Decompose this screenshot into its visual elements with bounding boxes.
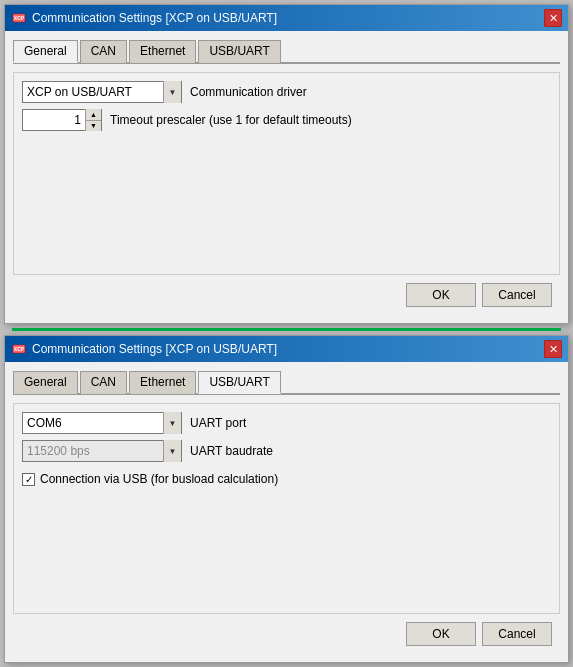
uart-port-label: UART port <box>190 416 246 430</box>
driver-label: Communication driver <box>190 85 307 99</box>
dialog2-title: Communication Settings [XCP on USB/UART] <box>32 342 277 356</box>
dialog1-cancel-button[interactable]: Cancel <box>482 283 552 307</box>
tab-general-2[interactable]: General <box>13 371 78 394</box>
uart-baud-value: 115200 bps <box>23 440 163 462</box>
dialog2-cancel-button[interactable]: Cancel <box>482 622 552 646</box>
title-bar-left-2: XCP Communication Settings [XCP on USB/U… <box>11 341 277 357</box>
timeout-decrement-btn[interactable]: ▼ <box>86 121 101 132</box>
dialog1: XCP Communication Settings [XCP on USB/U… <box>4 4 569 324</box>
dialog1-content: General CAN Ethernet USB/UART XCP on USB… <box>5 31 568 323</box>
uart-baud-row: 115200 bps UART baudrate <box>22 440 551 462</box>
dialog2-tab-bar: General CAN Ethernet USB/UART <box>13 370 560 395</box>
uart-port-value: COM6 <box>23 412 163 434</box>
tab-can-1[interactable]: CAN <box>80 40 127 63</box>
dialog1-ok-button[interactable]: OK <box>406 283 476 307</box>
app-icon-1: XCP <box>11 10 27 26</box>
driver-dropdown-btn[interactable] <box>163 81 181 103</box>
tab-ethernet-2[interactable]: Ethernet <box>129 371 196 394</box>
uart-baud-label: UART baudrate <box>190 444 273 458</box>
timeout-value[interactable]: 1 <box>23 109 85 131</box>
uart-port-dropdown[interactable]: COM6 <box>22 412 182 434</box>
timeout-spinner-btns: ▲ ▼ <box>85 109 101 131</box>
dialog2-button-row: OK Cancel <box>13 614 560 654</box>
accent-divider <box>12 328 561 331</box>
timeout-spinner[interactable]: 1 ▲ ▼ <box>22 109 102 131</box>
timeout-label: Timeout prescaler (use 1 for default tim… <box>110 113 352 127</box>
timeout-increment-btn[interactable]: ▲ <box>86 109 101 121</box>
dialog2-inner: COM6 UART port 115200 bps UART baudrate … <box>13 403 560 614</box>
uart-baud-dropdown-btn[interactable] <box>163 440 181 462</box>
driver-dropdown-value: XCP on USB/UART <box>23 81 163 103</box>
tab-usbuart-1[interactable]: USB/UART <box>198 40 280 63</box>
tab-usbuart-2[interactable]: USB/UART <box>198 371 280 394</box>
app-icon-2: XCP <box>11 341 27 357</box>
uart-port-row: COM6 UART port <box>22 412 551 434</box>
dialog2-ok-button[interactable]: OK <box>406 622 476 646</box>
tab-can-2[interactable]: CAN <box>80 371 127 394</box>
driver-dropdown[interactable]: XCP on USB/UART <box>22 81 182 103</box>
svg-text:XCP: XCP <box>14 15 25 21</box>
title-bar-left-1: XCP Communication Settings [XCP on USB/U… <box>11 10 277 26</box>
dialog1-close-button[interactable]: ✕ <box>544 9 562 27</box>
timeout-row: 1 ▲ ▼ Timeout prescaler (use 1 for defau… <box>22 109 551 131</box>
dialog2-content: General CAN Ethernet USB/UART COM6 UART … <box>5 362 568 662</box>
uart-port-dropdown-btn[interactable] <box>163 412 181 434</box>
checkbox-checkmark: ✓ <box>25 474 33 485</box>
dialog1-tab-bar: General CAN Ethernet USB/UART <box>13 39 560 64</box>
svg-text:XCP: XCP <box>14 346 25 352</box>
dialog1-inner: XCP on USB/UART Communication driver 1 ▲… <box>13 72 560 275</box>
driver-row: XCP on USB/UART Communication driver <box>22 81 551 103</box>
checkbox-row: ✓ Connection via USB (for busload calcul… <box>22 472 551 486</box>
title-bar-2: XCP Communication Settings [XCP on USB/U… <box>5 336 568 362</box>
tab-ethernet-1[interactable]: Ethernet <box>129 40 196 63</box>
usb-checkbox[interactable]: ✓ <box>22 473 35 486</box>
title-bar-1: XCP Communication Settings [XCP on USB/U… <box>5 5 568 31</box>
dialog1-title: Communication Settings [XCP on USB/UART] <box>32 11 277 25</box>
dialog1-button-row: OK Cancel <box>13 275 560 315</box>
dialog2-close-button[interactable]: ✕ <box>544 340 562 358</box>
uart-baud-dropdown[interactable]: 115200 bps <box>22 440 182 462</box>
dialog2: XCP Communication Settings [XCP on USB/U… <box>4 335 569 663</box>
checkbox-label: Connection via USB (for busload calculat… <box>40 472 278 486</box>
tab-general-1[interactable]: General <box>13 40 78 63</box>
